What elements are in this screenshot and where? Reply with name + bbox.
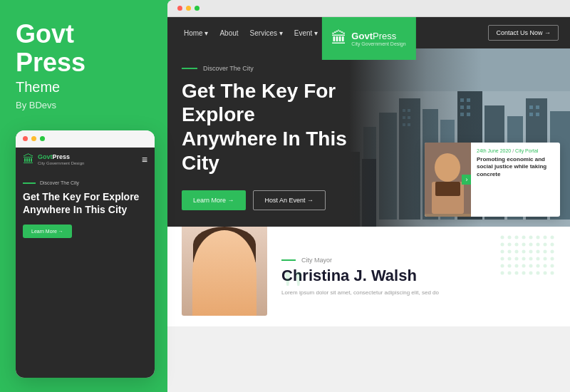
dot-yellow	[31, 136, 36, 141]
desktop-nav: Home ▾ About Services ▾ Event ▾ Pages ▾ …	[167, 17, 570, 48]
mobile-logo-sub: City Government Design	[38, 161, 84, 165]
mayor-label: City Mayor	[301, 257, 332, 264]
mobile-discover-text: Discover The City	[40, 180, 79, 185]
svg-point-42	[551, 236, 554, 239]
nav-logo-text: GovtPress City Government Design	[351, 31, 405, 46]
news-card-arrow-icon[interactable]: ›	[462, 175, 471, 185]
svg-point-37	[515, 236, 519, 239]
svg-point-65	[544, 257, 547, 261]
mobile-nav: 🏛 GovtPress City Government Design ≡	[16, 148, 155, 172]
svg-point-50	[551, 243, 554, 247]
theme-by: By BDevs	[16, 100, 152, 110]
svg-point-61	[515, 257, 519, 261]
dot-red	[23, 136, 28, 141]
quotemark-graphic: "	[281, 262, 305, 319]
svg-point-35	[501, 236, 504, 239]
mobile-content: Discover The City Get The Key For Explor…	[16, 172, 155, 378]
browser-dot-green	[195, 6, 200, 11]
svg-point-46	[522, 243, 526, 247]
nav-logo-main: GovtPress	[351, 31, 405, 41]
svg-point-77	[515, 272, 519, 275]
mobile-learn-more-button[interactable]: Learn More →	[23, 225, 72, 238]
news-card-content: 24th June 2020 / City Portal Promoting e…	[471, 143, 560, 217]
mobile-logo-icon: 🏛	[23, 153, 34, 166]
svg-point-38	[522, 236, 526, 239]
svg-point-76	[508, 272, 512, 275]
mobile-logo: 🏛 GovtPress City Government Design	[23, 153, 84, 166]
svg-point-51	[501, 250, 504, 254]
svg-point-69	[515, 264, 519, 268]
svg-point-74	[551, 264, 554, 268]
news-card: › 24th June 2020 / City Portal Promoting…	[425, 143, 560, 217]
svg-point-40	[537, 236, 540, 239]
svg-point-41	[544, 236, 547, 239]
decorative-dots	[499, 234, 556, 277]
mobile-discover: Discover The City	[23, 180, 147, 185]
right-panel: Home ▾ About Services ▾ Event ▾ Pages ▾ …	[167, 0, 570, 392]
svg-point-66	[551, 257, 554, 261]
svg-point-80	[537, 272, 540, 275]
svg-point-78	[522, 272, 526, 275]
browser-dot-yellow	[186, 6, 191, 11]
theme-subtitle: Theme	[16, 79, 152, 96]
svg-point-39	[529, 236, 533, 239]
dot-green	[40, 136, 45, 141]
news-card-image: ›	[425, 143, 471, 217]
svg-point-82	[551, 272, 554, 275]
hero-section: Discover The City Get The Key For Explor…	[167, 48, 570, 227]
svg-point-81	[544, 272, 547, 275]
mobile-hero-text: Get The Key For Explore Anywhere In This…	[23, 191, 147, 216]
mayor-description: Lorem ipsum dolor sit amet, consectetur …	[281, 289, 556, 296]
mobile-preview: 🏛 GovtPress City Government Design ≡ Dis…	[16, 130, 155, 378]
mobile-hamburger-icon[interactable]: ≡	[142, 154, 147, 165]
svg-point-70	[522, 264, 526, 268]
svg-point-63	[529, 257, 533, 261]
hero-discover-line	[182, 68, 197, 69]
svg-point-64	[537, 257, 540, 261]
nav-event[interactable]: Event ▾	[289, 26, 323, 40]
svg-point-57	[544, 250, 547, 254]
svg-point-67	[501, 264, 504, 268]
news-meta: 24th June 2020 / City Portal	[477, 148, 554, 153]
hero-content: Discover The City Get The Key For Explor…	[182, 65, 347, 210]
left-panel: GovtPress Theme By BDevs 🏛 GovtPress Cit…	[0, 0, 167, 392]
hero-buttons: Learn More → Host An Event →	[182, 190, 347, 210]
host-event-button[interactable]: Host An Event →	[253, 190, 326, 210]
svg-point-60	[508, 257, 512, 261]
svg-point-36	[508, 236, 512, 239]
svg-point-59	[501, 257, 504, 261]
nav-services[interactable]: Services ▾	[245, 26, 288, 40]
hero-discover-text: Discover The City	[203, 65, 254, 72]
browser-chrome	[167, 0, 570, 17]
svg-point-49	[544, 243, 547, 247]
svg-point-55	[529, 250, 533, 254]
hero-heading: Get The Key For Explore Anywhere In This…	[182, 79, 347, 175]
svg-point-32	[435, 153, 460, 182]
svg-point-62	[522, 257, 526, 261]
svg-point-68	[508, 264, 512, 268]
svg-point-72	[537, 264, 540, 268]
svg-point-71	[529, 264, 533, 268]
learn-more-button[interactable]: Learn More →	[182, 190, 246, 210]
svg-point-47	[529, 243, 533, 247]
svg-point-48	[537, 243, 540, 247]
nav-home[interactable]: Home ▾	[179, 26, 213, 40]
contact-us-button[interactable]: Contact Us Now →	[488, 25, 559, 41]
news-title: Promoting economic and social justice wh…	[477, 156, 554, 178]
hero-discover: Discover The City	[182, 65, 347, 72]
theme-title: GovtPress	[16, 20, 152, 76]
nav-logo-center: 🏛 GovtPress City Government Design	[321, 17, 415, 60]
svg-point-54	[522, 250, 526, 254]
svg-point-52	[508, 250, 512, 254]
svg-point-79	[529, 272, 533, 275]
browser-dot-red	[177, 6, 182, 11]
nav-logo-sub: City Government Design	[351, 41, 405, 46]
bottom-section: " City Mayor Christina J. Walsh Lorem ip…	[167, 227, 570, 326]
mayor-image	[182, 227, 267, 316]
svg-point-43	[501, 243, 504, 247]
svg-rect-34	[435, 182, 460, 196]
mayor-face	[192, 230, 256, 316]
svg-point-53	[515, 250, 519, 254]
nav-about[interactable]: About	[214, 26, 243, 40]
svg-point-58	[551, 250, 554, 254]
